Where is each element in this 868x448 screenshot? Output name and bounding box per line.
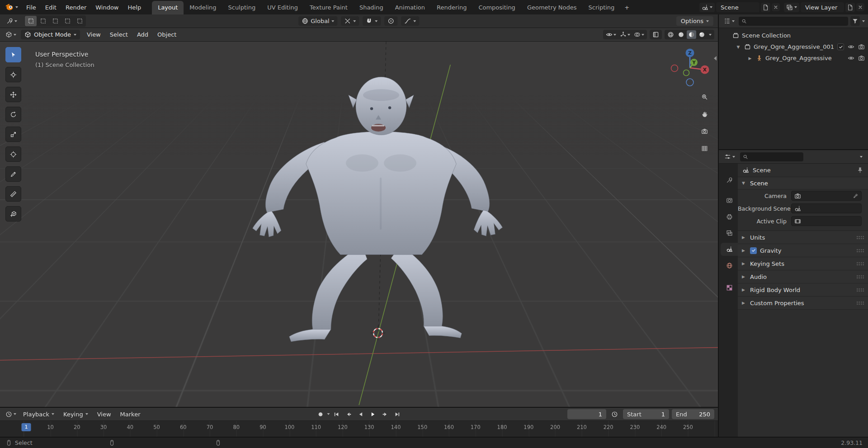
camera-toggle[interactable] [858,55,865,61]
tool-button[interactable] [5,146,21,162]
options-dropdown[interactable]: Options [676,16,713,26]
viewport-toggle-button[interactable] [618,30,632,39]
viewport-nav-button[interactable] [699,126,710,137]
panel-drag-grip[interactable] [856,275,864,279]
properties-search[interactable] [740,152,803,161]
outliner-row[interactable]: ▼ Grey_Ogre_Aggressive_001 [719,41,868,52]
properties-tab[interactable] [721,281,738,294]
record-button[interactable] [315,410,326,419]
viewport-menu-item[interactable]: Add [133,30,152,39]
transport-button[interactable] [368,410,379,419]
workspace-tab[interactable]: Geometry Nodes [521,1,583,14]
disclosure-caret[interactable]: ▼ [734,45,742,49]
tool-button[interactable] [5,127,21,142]
workspace-tab[interactable]: Animation [389,1,431,14]
viewport-toggle-button[interactable] [604,30,618,39]
properties-tab[interactable] [721,174,738,187]
disclosure-caret[interactable]: ▶ [746,56,754,61]
workspace-tab[interactable]: Layout [152,1,184,14]
tool-button[interactable] [5,206,21,222]
property-field[interactable] [791,191,862,201]
topbar-menu-item[interactable]: Render [61,0,91,14]
record-options-chevron[interactable] [327,413,330,415]
tool-button[interactable] [5,186,21,202]
outliner-search-input[interactable] [749,18,845,24]
properties-search-input[interactable] [750,154,801,160]
properties-tab[interactable] [721,259,738,272]
timeline-editor-type-button[interactable] [4,410,18,419]
current-frame-field[interactable]: 1 [567,409,606,419]
property-panel-header[interactable]: ▶ Gravity [738,244,868,257]
transport-button[interactable] [343,410,354,419]
tool-settings-editor-button[interactable] [5,17,19,25]
region-collapse-arrow[interactable] [714,55,717,62]
viewport-menu-item[interactable]: View [83,30,105,39]
transport-button[interactable] [392,410,403,419]
gizmo-minus-y-axis[interactable] [684,70,689,76]
navigation-gizmo[interactable]: Z X Y [668,45,712,89]
editor-type-button[interactable] [4,30,18,39]
property-panel-header[interactable]: ▶ Keying Sets [738,257,868,270]
workspace-tab[interactable]: Texture Paint [304,1,354,14]
proportional-editing-toggle[interactable] [385,16,398,26]
properties-tab[interactable] [721,243,738,256]
pivot-point-dropdown[interactable] [341,16,359,26]
tool-button[interactable] [5,67,21,82]
viewport-nav-button[interactable] [699,108,710,119]
select-mode-intersect-button[interactable] [74,16,85,26]
scene-browse-button[interactable] [699,3,715,12]
new-scene-button[interactable] [761,3,770,12]
xray-toggle[interactable] [651,30,660,39]
topbar-menu-item[interactable]: File [22,0,41,14]
delete-view-layer-button[interactable] [856,3,864,11]
proportional-falloff-dropdown[interactable] [401,16,420,26]
gizmo-minus-z-axis[interactable] [686,79,693,86]
transport-button[interactable] [331,410,342,419]
eyedropper-icon[interactable] [853,193,859,198]
blender-menu-button[interactable] [2,0,22,14]
outliner-row[interactable]: Scene Collection [719,30,868,41]
snap-dropdown[interactable] [363,16,381,26]
gizmo-minus-x-axis[interactable] [671,65,678,72]
tool-button[interactable] [5,47,21,62]
transform-orientation-dropdown[interactable]: Global [298,16,337,26]
end-frame-field[interactable]: End 250 [672,409,714,419]
new-view-layer-button[interactable] [845,3,855,12]
transport-button[interactable] [355,410,367,419]
property-panel-header[interactable]: ▶ Audio [738,270,868,283]
property-panel-header[interactable]: ▶ Units [738,231,868,244]
panel-drag-grip[interactable] [856,262,864,266]
shading-mode-button[interactable] [676,30,686,39]
outliner-editor-type-button[interactable] [722,17,736,25]
viewport-menu-item[interactable]: Select [106,30,132,39]
view-layer-browse-button[interactable] [784,3,799,12]
outliner-row[interactable]: ▶ Grey_Ogre_Aggressive [719,52,868,64]
eye-toggle[interactable] [848,43,854,50]
scene-panel-header[interactable]: ▼ Scene [738,177,868,189]
preview-range-button[interactable] [609,410,620,419]
outliner-filter-button[interactable] [850,16,860,26]
properties-tab[interactable] [721,226,738,240]
viewport-nav-button[interactable] [699,143,710,154]
exclude-checkbox[interactable] [837,43,844,50]
panel-drag-grip[interactable] [856,236,864,240]
viewport-menu-item[interactable]: Object [153,30,180,39]
workspace-tab[interactable]: Modeling [184,1,222,14]
viewport-3d[interactable]: User Perspective (1) Scene Collection [0,42,718,407]
properties-tab[interactable] [721,194,738,207]
scene-canvas[interactable] [0,42,718,407]
workspace-tab[interactable]: Shading [354,1,389,14]
current-frame-marker[interactable]: 1 [22,423,31,431]
scene-name-field[interactable]: Scene [716,2,760,12]
properties-tab[interactable] [721,210,738,223]
topbar-menu-item[interactable]: Help [123,0,146,14]
start-frame-field[interactable]: Start 1 [623,409,669,419]
workspace-tab[interactable]: Rendering [431,1,472,14]
shading-mode-button[interactable] [687,30,696,39]
timeline-menu-item[interactable]: Marker [116,410,145,419]
property-field[interactable] [791,203,862,213]
workspace-tab[interactable]: Sculpting [222,1,261,14]
outliner-search[interactable] [739,17,848,26]
select-mode-extend-button[interactable] [37,16,49,26]
timeline-menu-item[interactable]: View [93,410,115,419]
